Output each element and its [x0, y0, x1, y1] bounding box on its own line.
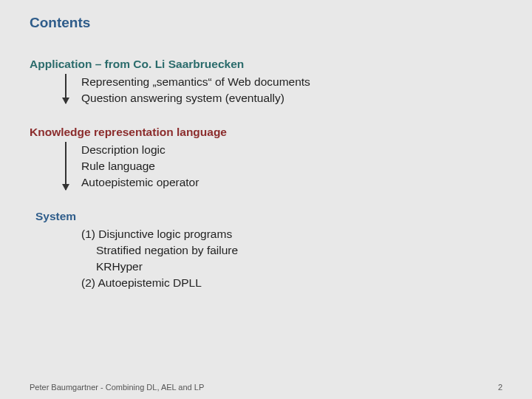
list-item: KRHyper: [96, 260, 502, 273]
section-heading: System: [35, 210, 502, 223]
down-arrow-icon: [65, 74, 66, 103]
footer-left: Peter Baumgartner - Combining DL, AEL an…: [30, 383, 204, 392]
slide: Contents Application – from Co. Li Saarb…: [0, 0, 532, 399]
section-heading: Application – from Co. Li Saarbruecken: [30, 58, 502, 71]
list-item: (1) Disjunctive logic programs: [81, 228, 502, 241]
list-item: Description logic: [81, 143, 502, 157]
section-block: System(1) Disjunctive logic programsStra…: [30, 210, 502, 290]
list-item: (2) Autoepistemic DPLL: [81, 276, 502, 290]
list-item: Rule language: [81, 160, 502, 173]
section-heading: Knowledge representation language: [30, 126, 502, 139]
list-item: Stratified negation by failure: [96, 244, 502, 257]
section-block: Application – from Co. Li SaarbrueckenRe…: [30, 58, 502, 105]
slide-title: Contents: [30, 15, 502, 31]
list-item: Question answering system (eventually): [81, 92, 502, 105]
down-arrow-icon: [65, 142, 66, 190]
sections-container: Application – from Co. Li SaarbrueckenRe…: [30, 58, 502, 290]
section-block: Knowledge representation languageDescrip…: [30, 126, 502, 189]
list-item: Representing „semantics“ of Web document…: [81, 75, 502, 89]
footer: Peter Baumgartner - Combining DL, AEL an…: [30, 383, 502, 392]
footer-page-number: 2: [498, 383, 502, 392]
list-item: Autoepistemic operator: [81, 176, 502, 189]
